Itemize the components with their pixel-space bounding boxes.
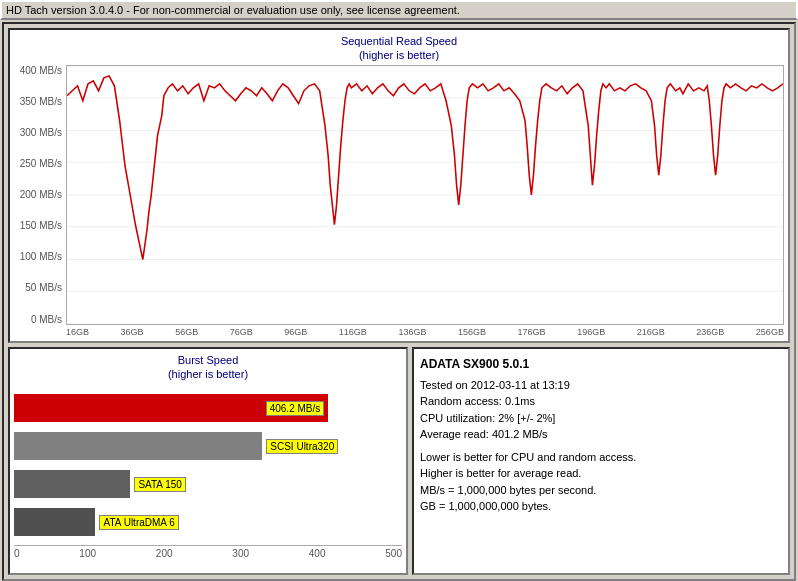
x-axis-label: 36GB	[121, 327, 144, 337]
burst-bar-label: ATA UltraDMA 6	[99, 515, 178, 530]
burst-bar: SATA 150	[14, 470, 130, 498]
y-axis-label: 50 MB/s	[25, 282, 62, 293]
burst-bar-row: ATA UltraDMA 6	[14, 505, 402, 539]
x-axis-label: 96GB	[284, 327, 307, 337]
chart-svg	[67, 66, 783, 324]
burst-bar-row: 406.2 MB/s	[14, 391, 402, 425]
x-axis-label: 156GB	[458, 327, 486, 337]
sequential-read-chart: Sequential Read Speed (higher is better)…	[8, 28, 790, 343]
burst-x-label: 0	[14, 548, 20, 559]
bottom-area: Burst Speed (higher is better) 406.2 MB/…	[8, 347, 790, 575]
x-axis-label: 236GB	[696, 327, 724, 337]
info-line: CPU utilization: 2% [+/- 2%]	[420, 410, 782, 427]
info-line: MB/s = 1,000,000 bytes per second.	[420, 482, 782, 499]
chart-content	[66, 65, 784, 325]
burst-bar-row: SATA 150	[14, 467, 402, 501]
info-line: Higher is better for average read.	[420, 465, 782, 482]
burst-chart: Burst Speed (higher is better) 406.2 MB/…	[8, 347, 408, 575]
x-axis-label: 176GB	[518, 327, 546, 337]
seq-read-title: Sequential Read Speed (higher is better)	[14, 34, 784, 63]
burst-x-label: 100	[79, 548, 96, 559]
info-line: Lower is better for CPU and random acces…	[420, 449, 782, 466]
info-lines: Tested on 2012-03-11 at 13:19Random acce…	[420, 377, 782, 515]
y-axis-label: 150 MB/s	[20, 220, 62, 231]
info-line: Random access: 0.1ms	[420, 393, 782, 410]
y-axis: 400 MB/s350 MB/s300 MB/s250 MB/s200 MB/s…	[14, 65, 66, 325]
burst-x-label: 300	[232, 548, 249, 559]
burst-x-label: 200	[156, 548, 173, 559]
y-axis-label: 250 MB/s	[20, 158, 62, 169]
y-axis-label: 200 MB/s	[20, 189, 62, 200]
burst-bar-label: 406.2 MB/s	[266, 401, 325, 416]
burst-bar-row: SCSI Ultra320	[14, 429, 402, 463]
burst-bar-label: SATA 150	[134, 477, 186, 492]
x-axis-label: 256GB	[756, 327, 784, 337]
x-axis-label: 56GB	[175, 327, 198, 337]
y-axis-label: 100 MB/s	[20, 251, 62, 262]
y-axis-label: 400 MB/s	[20, 65, 62, 76]
burst-bar: SCSI Ultra320	[14, 432, 262, 460]
title-bar: HD Tach version 3.0.4.0 - For non-commer…	[0, 0, 798, 20]
info-line: Average read: 401.2 MB/s	[420, 426, 782, 443]
burst-x-label: 500	[385, 548, 402, 559]
x-axis-label: 16GB	[66, 327, 89, 337]
main-container: Sequential Read Speed (higher is better)…	[2, 22, 796, 581]
burst-bars-container: 406.2 MB/sSCSI Ultra320SATA 150ATA Ultra…	[14, 385, 402, 545]
y-axis-label: 300 MB/s	[20, 127, 62, 138]
burst-title: Burst Speed (higher is better)	[14, 353, 402, 382]
info-title: ADATA SX900 5.0.1	[420, 355, 782, 373]
x-axis-label: 116GB	[339, 327, 367, 337]
info-line: Tested on 2012-03-11 at 13:19	[420, 377, 782, 394]
burst-x-label: 400	[309, 548, 326, 559]
info-line: GB = 1,000,000,000 bytes.	[420, 498, 782, 515]
x-axis-label: 216GB	[637, 327, 665, 337]
x-axis-label: 136GB	[398, 327, 426, 337]
y-axis-label: 350 MB/s	[20, 96, 62, 107]
y-axis-label: 0 MB/s	[31, 314, 62, 325]
burst-x-axis: 0100200300400500	[14, 545, 402, 559]
burst-bar: 406.2 MB/s	[14, 394, 328, 422]
x-axis-labels: 16GB36GB56GB76GB96GB116GB136GB156GB176GB…	[14, 327, 784, 337]
burst-bar-label: SCSI Ultra320	[266, 439, 338, 454]
x-axis-label: 196GB	[577, 327, 605, 337]
burst-bar: ATA UltraDMA 6	[14, 508, 95, 536]
info-panel: ADATA SX900 5.0.1 Tested on 2012-03-11 a…	[412, 347, 790, 575]
x-axis-label: 76GB	[230, 327, 253, 337]
burst-bars-area: 406.2 MB/sSCSI Ultra320SATA 150ATA Ultra…	[14, 385, 402, 545]
title-text: HD Tach version 3.0.4.0 - For non-commer…	[6, 4, 460, 16]
chart-area: 400 MB/s350 MB/s300 MB/s250 MB/s200 MB/s…	[14, 65, 784, 325]
